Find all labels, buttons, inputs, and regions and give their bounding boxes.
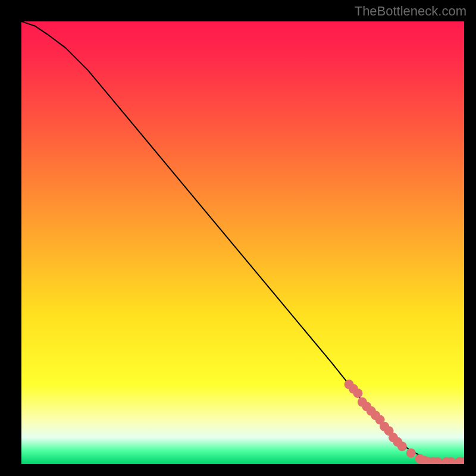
chart-svg [21,21,464,464]
attribution-label: TheBottleneck.com [355,4,466,19]
marker-dot [397,441,407,451]
marker-group [345,380,464,464]
marker-dot [353,389,362,398]
stage: TheBottleneck.com [0,0,476,476]
curve-path [21,21,464,462]
plot-area [21,21,464,464]
marker-dot [406,448,416,458]
